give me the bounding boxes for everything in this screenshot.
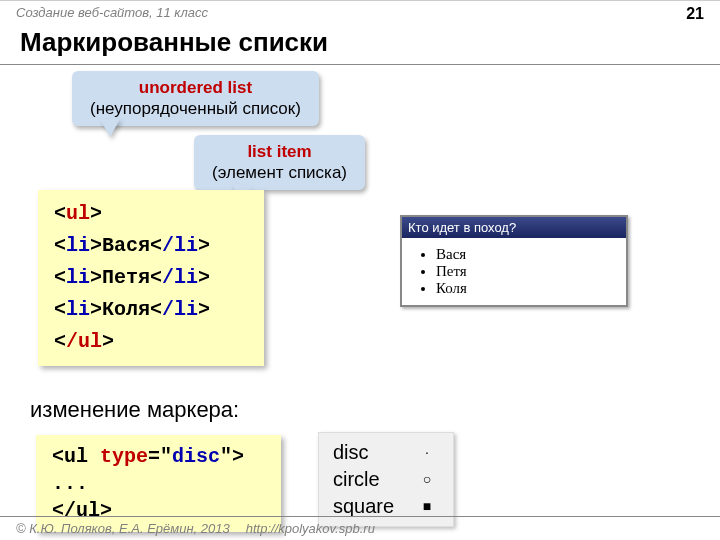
- code-eq: =": [148, 445, 172, 468]
- browser-body: Вася Петя Коля: [402, 238, 626, 305]
- code-tag-ul: ul: [66, 202, 90, 225]
- code-bracket: <: [54, 330, 66, 353]
- browser-titlebar: Кто идет в поход?: [402, 217, 626, 238]
- callout-list-item: list item (элемент списка): [194, 135, 365, 190]
- circle-icon: ○: [419, 470, 435, 489]
- code-tag-li: li: [66, 266, 90, 289]
- code-example-ul: <ul> <li>Вася</li> <li>Петя</li> <li>Кол…: [38, 190, 264, 366]
- code-bracket: >: [198, 234, 210, 257]
- code-bracket: <: [150, 234, 162, 257]
- code-ellipsis: ...: [52, 470, 265, 497]
- callout-listitem-sub: (элемент списка): [212, 162, 347, 183]
- square-icon: ■: [419, 497, 435, 516]
- code-text: Петя: [102, 266, 150, 289]
- browser-preview: Кто идет в поход? Вася Петя Коля: [400, 215, 628, 307]
- marker-label: circle: [333, 466, 391, 493]
- code-tag-li: li: [66, 298, 90, 321]
- code-tag-li-close: /li: [162, 298, 198, 321]
- code-text: Вася: [102, 234, 150, 257]
- copyright: © К.Ю. Поляков, Е.А. Ерёмин, 2013: [16, 521, 230, 536]
- code-bracket: <: [150, 298, 162, 321]
- code-bracket: <: [54, 234, 66, 257]
- callout-unordered-sub: (неупорядоченный список): [90, 98, 301, 119]
- code-bracket: >: [90, 266, 102, 289]
- code-attr-type: type: [100, 445, 148, 468]
- code-bracket: <: [54, 266, 66, 289]
- list-item: Вася: [436, 246, 618, 263]
- code-bracket: >: [198, 298, 210, 321]
- slide-footer: © К.Ю. Поляков, Е.А. Ерёмин, 2013 http:/…: [0, 516, 720, 540]
- page-number: 21: [686, 5, 704, 23]
- code-tag-li-close: /li: [162, 234, 198, 257]
- code-bracket: <: [150, 266, 162, 289]
- callout-unordered-list: unordered list (неупорядоченный список): [72, 71, 319, 126]
- callout-unordered-title: unordered list: [90, 77, 301, 98]
- code-value-disc: disc: [172, 445, 220, 468]
- callout-listitem-title: list item: [212, 141, 347, 162]
- code-bracket: <: [52, 445, 64, 468]
- code-space: [88, 445, 100, 468]
- code-bracket: <: [54, 202, 66, 225]
- slide-title: Маркированные списки: [0, 25, 720, 65]
- footer-url: http://kpolyakov.spb.ru: [246, 521, 375, 536]
- code-bracket: >: [90, 234, 102, 257]
- marker-row-disc: disc ·: [333, 439, 435, 466]
- disc-icon: ·: [419, 443, 435, 462]
- list-item: Коля: [436, 280, 618, 297]
- course-label: Создание веб-сайтов, 11 класс: [16, 5, 208, 23]
- code-bracket: >: [90, 298, 102, 321]
- code-bracket: >: [102, 330, 114, 353]
- list-item: Петя: [436, 263, 618, 280]
- slide-header: Создание веб-сайтов, 11 класс 21: [0, 0, 720, 25]
- code-bracket: <: [54, 298, 66, 321]
- slide-content: unordered list (неупорядоченный список) …: [0, 65, 720, 505]
- marker-row-circle: circle ○: [333, 466, 435, 493]
- code-bracket: ">: [220, 445, 244, 468]
- code-tag-ul: ul: [64, 445, 88, 468]
- marker-label: disc: [333, 439, 391, 466]
- code-tag-ul-close: /ul: [66, 330, 102, 353]
- code-tag-li: li: [66, 234, 90, 257]
- marker-types-box: disc · circle ○ square ■: [318, 432, 454, 527]
- code-bracket: >: [198, 266, 210, 289]
- subtitle-marker-change: изменение маркера:: [30, 397, 239, 423]
- code-tag-li-close: /li: [162, 266, 198, 289]
- code-bracket: >: [90, 202, 102, 225]
- callout-tail: [100, 119, 120, 137]
- code-text: Коля: [102, 298, 150, 321]
